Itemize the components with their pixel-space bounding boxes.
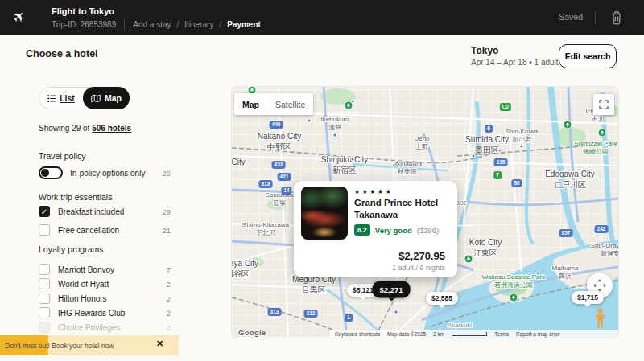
hotel-rating-row: 8.2 Very good (3286)	[354, 224, 439, 236]
destination-name: Tokyo	[471, 45, 498, 56]
list-view-button[interactable]: List	[39, 88, 83, 109]
checkbox[interactable]	[39, 307, 50, 318]
edit-search-button[interactable]: Edit search	[559, 44, 617, 68]
divider	[595, 11, 596, 24]
toggle-switch[interactable]	[39, 166, 63, 179]
filter-label: Hilton Honors	[58, 294, 167, 303]
trip-title: Flight to Tokyo	[52, 6, 114, 16]
page-title: Choose a hotel	[26, 48, 98, 59]
hotel-photo	[301, 187, 348, 240]
station-dot-icon	[308, 119, 312, 123]
route-badge: 313	[259, 180, 273, 188]
route-badge: C2	[500, 103, 511, 111]
breadcrumb-separator: /	[219, 20, 221, 29]
attribution-strip: Keyboard shortcuts Map data ©2025 2 km T…	[330, 330, 618, 338]
price-pin[interactable]: $2,585	[426, 292, 458, 305]
park-tree-icon	[345, 101, 353, 110]
filter-count: 2	[167, 309, 171, 318]
map-label: Ikebukuro池袋	[320, 116, 349, 133]
breadcrumb: Add a stay / Itinerary / Payment	[133, 20, 261, 29]
view-toggle: List Map	[39, 87, 130, 109]
checkbox[interactable]: ✓	[39, 206, 50, 217]
scale-label: 2 km	[433, 331, 444, 337]
station-dot-icon	[472, 154, 476, 158]
station-dot-icon	[520, 145, 524, 149]
map-label: Shinjuku City新宿区	[321, 154, 368, 175]
filter-breakfast-included[interactable]: ✓ Breakfast included 29	[39, 206, 171, 217]
checkbox[interactable]	[39, 224, 50, 236]
map-label: Sumida City墨田区	[465, 134, 509, 155]
filter-hilton-honors[interactable]: Hilton Honors 2	[39, 293, 171, 304]
map-label: Setagaya City世田谷区	[232, 258, 258, 279]
filter-count: 2	[167, 294, 171, 303]
route-badge: 242	[595, 225, 609, 233]
star-rating: ★★★★★	[354, 188, 393, 195]
breadcrumb-itinerary[interactable]: Itinerary	[184, 20, 213, 29]
route-badge: 357	[559, 229, 573, 237]
report-map-error-link[interactable]: Report a map error	[516, 331, 560, 337]
rating-text: Very good	[375, 226, 412, 235]
top-bar: ✈ Flight to Tokyo Trip-ID: 26853989 Add …	[0, 0, 644, 35]
route-badge: 433	[272, 161, 286, 169]
filter-count: 2	[167, 280, 171, 289]
filter-label: IHG Rewards Club	[58, 309, 167, 318]
banner-text: Don't miss out! Book your hotel now	[5, 342, 114, 350]
filter-marriott-bonvoy[interactable]: Marriott Bonvoy 7	[39, 264, 171, 275]
pegman-icon[interactable]	[593, 308, 607, 329]
filter-label: World of Hyatt	[58, 280, 167, 289]
work-trip-heading: Work trip essentials	[39, 192, 112, 202]
map-label: Koto City江東区	[469, 237, 502, 258]
toggle-knob	[41, 169, 49, 177]
price-pin[interactable]: $2,271	[372, 281, 410, 298]
trash-icon[interactable]	[610, 10, 623, 25]
filter-count: 29	[162, 169, 171, 178]
map-label: Nakano City中野区	[258, 131, 301, 152]
map-label: 303	[456, 199, 467, 207]
keyboard-shortcuts-link[interactable]: Keyboard shortcuts	[335, 331, 380, 337]
map-type-map-button[interactable]: Map	[234, 93, 267, 115]
filter-count: 7	[167, 265, 171, 274]
station-dot-icon	[333, 133, 337, 137]
filter-world-of-hyatt[interactable]: World of Hyatt 2	[39, 278, 171, 289]
map-label: Shimo-Kitazawa下北沢	[242, 221, 289, 238]
filter-in-policy[interactable]: In-policy options only 29	[39, 166, 171, 179]
park-tree-icon	[598, 129, 607, 137]
map-label: Suginami City杉並区	[232, 157, 246, 178]
filter-label: Marriott Bonvoy	[58, 265, 167, 274]
hotel-card[interactable]: ★★★★★ Grand Prince Hotel Takanawa 8.2 Ve…	[294, 181, 457, 277]
map-label: Shin-Koiwa新小岩	[506, 128, 538, 145]
promo-banner: Don't miss out! Book your hotel now ✕	[0, 335, 179, 355]
map-type-satellite-button[interactable]: Satellite	[267, 93, 313, 115]
hotel-price: $2,270.95	[398, 250, 445, 262]
map-label: Akatsuki	[448, 322, 472, 330]
map-label: Shin-Urayasu新浦安	[591, 242, 618, 259]
breadcrumb-add-a-stay[interactable]: Add a stay	[133, 20, 171, 29]
rating-review-count: (3286)	[417, 226, 439, 235]
map-icon	[91, 94, 101, 103]
checkbox[interactable]	[39, 278, 50, 289]
price-pin[interactable]: $1,715	[572, 291, 604, 304]
map-canvas[interactable]: Nakano City中野区Shinjuku City新宿区Sumida Cit…	[232, 87, 618, 338]
route-badge: 315	[494, 158, 508, 166]
scale-bar	[452, 332, 487, 336]
close-icon[interactable]: ✕	[156, 338, 163, 349]
fullscreen-icon	[599, 100, 609, 109]
filters-sidebar: List Map Showing 29 of 506 hotels Travel…	[39, 87, 171, 336]
filter-count: 21	[162, 226, 171, 235]
filter-label: Breakfast included	[58, 207, 162, 216]
checkbox[interactable]	[39, 293, 50, 304]
filter-free-cancellation[interactable]: Free cancellation 21	[39, 224, 171, 236]
breadcrumb-separator: /	[177, 20, 180, 29]
fullscreen-button[interactable]	[593, 94, 614, 115]
airplane-icon: ✈	[8, 6, 29, 27]
map-view-button[interactable]: Map	[83, 87, 130, 109]
saved-status: Saved	[559, 12, 583, 22]
route-badge: 6	[485, 125, 493, 133]
filter-ihg-rewards-club[interactable]: IHG Rewards Club 2	[39, 307, 171, 318]
breadcrumb-payment[interactable]: Payment	[227, 20, 261, 29]
terms-link[interactable]: Terms	[494, 331, 509, 337]
map-data-label: Map data ©2025	[387, 331, 426, 337]
trip-id: Trip-ID: 26853989	[52, 20, 116, 29]
checkbox[interactable]	[39, 264, 50, 275]
results-count-link[interactable]: 506 hotels	[92, 124, 131, 133]
